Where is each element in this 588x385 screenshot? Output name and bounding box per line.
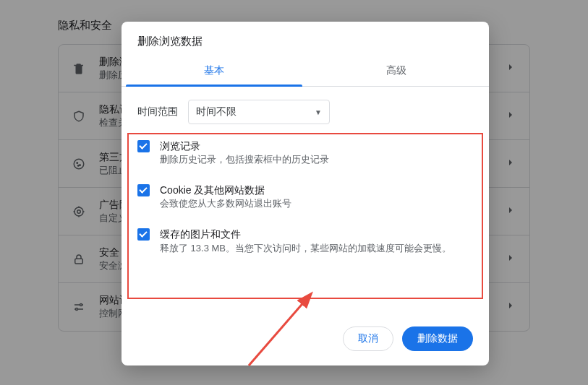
item-sub: 释放了 13.3 MB。当您下次访问时，某些网站的加载速度可能会更慢。 (160, 242, 451, 256)
item-sub: 删除历史记录，包括搜索框中的历史记录 (160, 153, 329, 167)
item-browsing-history: 浏览记录 删除历史记录，包括搜索框中的历史记录 (137, 139, 473, 167)
dialog-tabs: 基本 高级 (122, 57, 489, 87)
checkbox-cached-files[interactable] (137, 228, 150, 241)
item-title: 浏览记录 (160, 139, 329, 153)
checkbox-browsing-history[interactable] (137, 140, 150, 152)
clear-browsing-data-dialog: 删除浏览数据 基本 高级 时间范围 时间不限 ▼ 浏览记录 删除历史记录，包括搜… (122, 22, 489, 365)
tab-basic[interactable]: 基本 (123, 57, 305, 86)
caret-down-icon: ▼ (315, 108, 322, 116)
time-range-label: 时间范围 (137, 105, 178, 118)
dialog-footer: 取消 删除数据 (122, 315, 489, 365)
confirm-button[interactable]: 删除数据 (402, 326, 473, 351)
checkbox-cookies[interactable] (137, 184, 150, 196)
item-title: 缓存的图片和文件 (160, 227, 451, 241)
item-cookies: Cookie 及其他网站数据 会致使您从大多数网站退出账号 (137, 183, 473, 211)
time-range-value: 时间不限 (196, 105, 237, 118)
clear-items-list: 浏览记录 删除历史记录，包括搜索框中的历史记录 Cookie 及其他网站数据 会… (122, 127, 489, 262)
dialog-title: 删除浏览数据 (122, 22, 489, 57)
time-range-select[interactable]: 时间不限 ▼ (188, 100, 330, 124)
item-title: Cookie 及其他网站数据 (160, 183, 291, 197)
cancel-button[interactable]: 取消 (343, 326, 393, 351)
tab-advanced[interactable]: 高级 (305, 57, 487, 86)
item-cached-files: 缓存的图片和文件 释放了 13.3 MB。当您下次访问时，某些网站的加载速度可能… (137, 227, 473, 255)
time-range-row: 时间范围 时间不限 ▼ (122, 87, 489, 127)
item-sub: 会致使您从大多数网站退出账号 (160, 197, 291, 211)
